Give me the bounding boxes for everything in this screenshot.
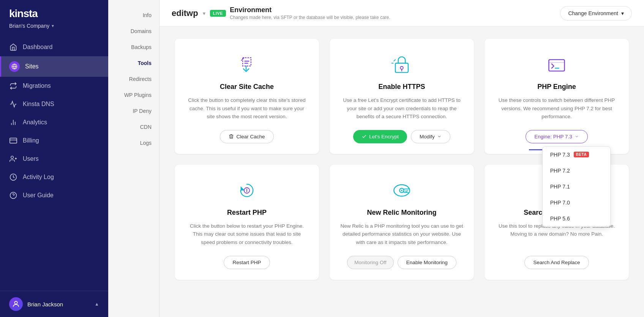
user-name: Brian Jackson bbox=[27, 301, 63, 307]
subnav-item-logs[interactable]: Logs bbox=[108, 135, 159, 151]
sidebar-item-label: Kinsta DNS bbox=[23, 101, 54, 108]
sidebar-item-dashboard[interactable]: Dashboard bbox=[0, 38, 108, 56]
signal-icon bbox=[9, 100, 17, 108]
main-content: editwp ▾ LIVE Environment Changes made h… bbox=[159, 0, 644, 317]
monitoring-icon bbox=[390, 178, 414, 203]
subnav-item-cdn[interactable]: CDN bbox=[108, 119, 159, 135]
site-info: editwp ▾ LIVE Environment Changes made h… bbox=[172, 6, 390, 20]
globe-icon bbox=[9, 61, 20, 72]
chart-icon bbox=[9, 118, 17, 127]
beta-badge: BETA bbox=[574, 152, 589, 157]
tool-desc: Click the button below to restart your P… bbox=[185, 222, 308, 247]
php-dropdown: PHP 7.3 BETA PHP 7.2 PHP 7.1 PHP 7.0 bbox=[542, 146, 611, 227]
php-option-7.1[interactable]: PHP 7.1 bbox=[543, 179, 610, 195]
enable-monitoring-button[interactable]: Enable Monitoring bbox=[398, 256, 456, 269]
sidebar-item-users[interactable]: Users bbox=[0, 150, 108, 168]
help-circle-icon bbox=[9, 191, 17, 200]
tool-actions: Clear Cache bbox=[220, 130, 273, 143]
tool-actions: Let's Encrypt Modify bbox=[353, 130, 450, 143]
tool-card-enable-https: Enable HTTPS Use a free Let's Encrypt ce… bbox=[330, 39, 474, 154]
modify-label: Modify bbox=[420, 134, 435, 139]
subnav-item-wp-plugins[interactable]: WP Plugins bbox=[108, 87, 159, 103]
php-option-7.3[interactable]: PHP 7.3 BETA bbox=[543, 147, 610, 163]
subnav-item-domains[interactable]: Domains bbox=[108, 24, 159, 39]
tool-desc: New Relic is a PHP monitoring tool you c… bbox=[340, 222, 463, 247]
php-option-label: PHP 5.6 bbox=[550, 216, 570, 222]
company-chevron-icon: ▾ bbox=[52, 23, 54, 29]
sidebar-item-label: Billing bbox=[23, 137, 39, 144]
php-engine-icon bbox=[545, 52, 569, 77]
tool-title: PHP Engine bbox=[537, 83, 576, 91]
svg-rect-17 bbox=[549, 60, 564, 71]
svg-point-7 bbox=[11, 156, 14, 159]
subnav: Info Domains Backups Tools Redirects WP … bbox=[108, 0, 159, 317]
sidebar-item-billing[interactable]: Billing bbox=[0, 132, 108, 150]
tool-actions: Search And Replace bbox=[524, 256, 589, 269]
search-and-replace-label: Search And Replace bbox=[533, 260, 580, 265]
tool-desc: Use a free Let's Encrypt certificate to … bbox=[340, 96, 463, 121]
tool-card-clear-site-cache: Clear Site Cache Click the button to com… bbox=[175, 39, 319, 154]
php-option-5.6[interactable]: PHP 5.6 bbox=[543, 211, 610, 227]
change-environment-button[interactable]: Change Environment ▾ bbox=[560, 6, 632, 21]
sidebar-item-label: User Guide bbox=[23, 192, 54, 199]
sidebar-item-label: Activity Log bbox=[23, 174, 54, 181]
restart-php-label: Restart PHP bbox=[232, 260, 261, 265]
engine-select-button[interactable]: Engine: PHP 7.3 bbox=[526, 130, 588, 143]
subnav-item-backups[interactable]: Backups bbox=[108, 40, 159, 55]
topbar: editwp ▾ LIVE Environment Changes made h… bbox=[159, 0, 644, 27]
sidebar-item-activity-log[interactable]: Activity Log bbox=[0, 168, 108, 186]
tool-title: New Relic Monitoring bbox=[367, 209, 436, 217]
subnav-item-redirects[interactable]: Redirects bbox=[108, 71, 159, 87]
tool-title: Enable HTTPS bbox=[378, 83, 425, 91]
php-option-7.0[interactable]: PHP 7.0 bbox=[543, 195, 610, 211]
site-chevron-icon[interactable]: ▾ bbox=[203, 10, 205, 16]
clear-cache-icon bbox=[235, 52, 259, 77]
php-option-label: PHP 7.2 bbox=[550, 168, 570, 174]
env-badge: LIVE Environment Changes made here, via … bbox=[210, 6, 390, 20]
sidebar-item-kinsta-dns[interactable]: Kinsta DNS bbox=[0, 95, 108, 113]
sidebar: kinsta Brian's Company ▾ Dashboard Sites… bbox=[0, 0, 108, 317]
restart-php-button[interactable]: Restart PHP bbox=[224, 256, 270, 269]
kinsta-logo: kinsta bbox=[9, 8, 99, 20]
subnav-item-ip-deny[interactable]: IP Deny bbox=[108, 103, 159, 119]
env-subtitle: Changes made here, via SFTP or the datab… bbox=[230, 15, 390, 20]
tool-title: Clear Site Cache bbox=[220, 83, 274, 91]
php-option-label: PHP 7.3 bbox=[550, 152, 570, 158]
tools-content: Clear Site Cache Click the button to com… bbox=[159, 27, 644, 317]
company-selector[interactable]: Brian's Company ▾ bbox=[9, 23, 99, 29]
subnav-item-tools[interactable]: Tools bbox=[108, 55, 159, 71]
sidebar-header: kinsta Brian's Company ▾ bbox=[0, 0, 108, 35]
lets-encrypt-button[interactable]: Let's Encrypt bbox=[353, 130, 407, 143]
home-icon bbox=[9, 43, 17, 51]
php-option-7.2[interactable]: PHP 7.2 bbox=[543, 163, 610, 179]
subnav-item-info[interactable]: Info bbox=[108, 8, 159, 23]
sidebar-nav: Dashboard Sites Migrations Kinsta DNS An… bbox=[0, 35, 108, 291]
tool-actions: Restart PHP bbox=[224, 256, 270, 269]
enable-monitoring-label: Enable Monitoring bbox=[406, 260, 448, 265]
svg-point-13 bbox=[14, 301, 17, 304]
tool-desc: Use these controls to switch between dif… bbox=[495, 96, 618, 121]
live-tag: LIVE bbox=[210, 10, 226, 17]
sidebar-item-migrations[interactable]: Migrations bbox=[0, 77, 108, 95]
tool-title: Restart PHP bbox=[227, 209, 267, 217]
tool-actions: Monitoring Off Enable Monitoring bbox=[347, 256, 456, 269]
sidebar-item-user-guide[interactable]: User Guide bbox=[0, 186, 108, 204]
clear-cache-button[interactable]: Clear Cache bbox=[220, 130, 273, 143]
tool-card-new-relic-monitoring: New Relic Monitoring New Relic is a PHP … bbox=[330, 165, 474, 280]
modify-button[interactable]: Modify bbox=[411, 130, 450, 143]
sidebar-item-label: Sites bbox=[25, 63, 39, 70]
site-name: editwp bbox=[172, 8, 198, 18]
credit-card-icon bbox=[9, 136, 17, 145]
search-and-replace-button[interactable]: Search And Replace bbox=[524, 256, 589, 269]
user-info: Brian Jackson bbox=[9, 297, 63, 311]
sidebar-item-analytics[interactable]: Analytics bbox=[0, 113, 108, 132]
user-profile[interactable]: Brian Jackson ▲ bbox=[0, 291, 108, 317]
sidebar-item-sites[interactable]: Sites bbox=[0, 56, 108, 77]
tool-actions: Engine: PHP 7.3 PHP 7.3 BETA bbox=[526, 130, 588, 143]
svg-point-26 bbox=[401, 190, 402, 191]
tool-card-restart-php: Restart PHP Click the button below to re… bbox=[175, 165, 319, 280]
env-block: Environment Changes made here, via SFTP … bbox=[230, 6, 390, 20]
monitoring-off-button[interactable]: Monitoring Off bbox=[347, 256, 394, 269]
php-option-label: PHP 7.0 bbox=[550, 200, 570, 206]
migrations-icon bbox=[9, 82, 17, 90]
